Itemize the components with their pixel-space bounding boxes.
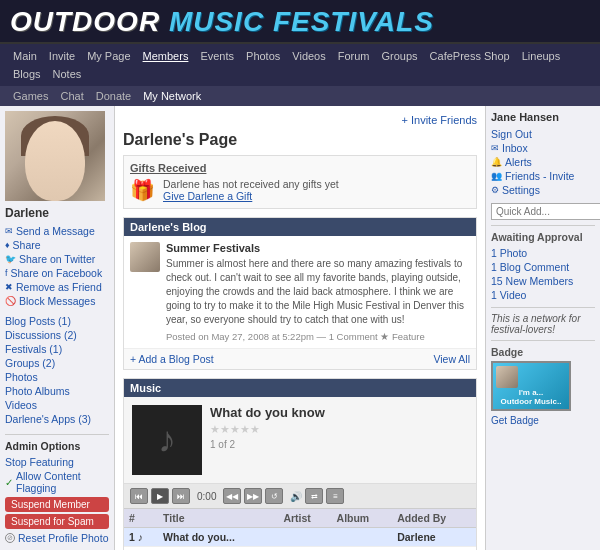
gifts-title: Gifts Received xyxy=(130,162,470,174)
quick-add-input[interactable] xyxy=(491,203,600,220)
avatar xyxy=(5,111,105,201)
friends-link[interactable]: 👥 Friends - Invite xyxy=(491,169,595,183)
block-messages-link[interactable]: 🚫 Block Messages xyxy=(5,294,109,308)
blog-posts-link[interactable]: Blog Posts (1) xyxy=(5,314,109,328)
music-note-icon: ♪ xyxy=(158,419,176,461)
invite-friends-button[interactable]: Invite Friends xyxy=(401,114,477,126)
nav-invite[interactable]: Invite xyxy=(44,48,80,64)
col-title: Title xyxy=(158,509,278,528)
nav-lineups[interactable]: Lineups xyxy=(517,48,566,64)
awaiting-new-members: 15 New Members xyxy=(491,274,595,288)
col-added-by: Added By xyxy=(392,509,476,528)
give-gift-link[interactable]: Give Darlene a Gift xyxy=(163,190,252,202)
alerts-icon: 🔔 xyxy=(491,157,502,167)
nav-groups[interactable]: Groups xyxy=(377,48,423,64)
invite-bar: Invite Friends xyxy=(123,114,477,126)
music-section-header: Music xyxy=(124,379,476,397)
photos-link[interactable]: Photos xyxy=(5,370,109,384)
nav-notes[interactable]: Notes xyxy=(48,66,87,82)
time-display: 0:00 xyxy=(197,491,216,502)
blog-post-title: Summer Festivals xyxy=(166,242,470,254)
table-row[interactable]: 1 ♪ What do you... Darlene xyxy=(124,528,476,547)
discussions-link[interactable]: Discussions (2) xyxy=(5,328,109,342)
track-table: # Title Artist Album Added By 1 ♪ What d… xyxy=(124,508,476,550)
awaiting-blog-comment: 1 Blog Comment xyxy=(491,260,595,274)
badge-image: I'm a... Outdoor Music.. xyxy=(491,361,571,411)
track-title-2: Festival Sounds xyxy=(158,547,278,551)
play-button[interactable]: ▶ xyxy=(151,488,169,504)
badge-title: Badge xyxy=(491,346,595,358)
blog-text: Summer is almost here and there are so m… xyxy=(166,258,464,325)
inbox-icon: ✉ xyxy=(491,143,499,153)
blog-avatar xyxy=(130,242,160,272)
send-message-link[interactable]: ✉ Send a Message xyxy=(5,224,109,238)
groups-link[interactable]: Groups (2) xyxy=(5,356,109,370)
get-badge-link[interactable]: Get Badge xyxy=(491,415,539,426)
nav-blogs[interactable]: Blogs xyxy=(8,66,46,82)
site-header: OUTDOOR MUSIC FESTIVALS xyxy=(0,0,600,44)
table-row[interactable]: 2 Festival Sounds Darlene xyxy=(124,547,476,551)
reset-photo-link[interactable]: ⊘ Reset Profile Photo xyxy=(5,531,109,545)
facebook-icon: f xyxy=(5,268,8,278)
repeat-button[interactable]: ↺ xyxy=(265,488,283,504)
subnav-mynetwork[interactable]: My Network xyxy=(138,89,206,103)
awaiting-section: Awaiting Approval 1 Photo 1 Blog Comment… xyxy=(491,225,595,302)
share-facebook-link[interactable]: f Share on Facebook xyxy=(5,266,109,280)
nav-forum[interactable]: Forum xyxy=(333,48,375,64)
settings-link[interactable]: ⚙ Settings xyxy=(491,183,595,197)
awaiting-photo: 1 Photo xyxy=(491,246,595,260)
gifts-message: Darlene has not received any gifts yet xyxy=(163,178,339,190)
nav-videos[interactable]: Videos xyxy=(287,48,330,64)
share-link[interactable]: ♦ Share xyxy=(5,238,109,252)
sign-out-link[interactable]: Sign Out xyxy=(491,127,595,141)
settings-icon: ⚙ xyxy=(491,185,499,195)
title-rest: MUSIC FESTIVALS xyxy=(169,6,434,37)
network-description: This is a network for festival-lovers! xyxy=(491,307,595,335)
subnav-chat[interactable]: Chat xyxy=(55,89,88,103)
player-controls: ⏮ ▶ ⏭ 0:00 ◀◀ ▶▶ ↺ 🔊 ⇄ ≡ xyxy=(124,483,476,508)
suspend-spam-button[interactable]: Suspend for Spam xyxy=(5,514,109,529)
sidebar-username: Darlene xyxy=(5,206,109,220)
twitter-icon: 🐦 xyxy=(5,254,16,264)
festivals-link[interactable]: Festivals (1) xyxy=(5,342,109,356)
suspend-member-button[interactable]: Suspend Member xyxy=(5,497,109,512)
allow-flagging-link[interactable]: ✓ Allow Content Flagging xyxy=(5,469,109,495)
playlist-button[interactable]: ≡ xyxy=(326,488,344,504)
videos-link[interactable]: Videos xyxy=(5,398,109,412)
message-icon: ✉ xyxy=(5,226,13,236)
add-blog-link[interactable]: + Add a Blog Post xyxy=(130,353,214,365)
nav-members[interactable]: Members xyxy=(138,48,194,64)
nav-mypage[interactable]: My Page xyxy=(82,48,135,64)
quick-add-box: ▼ xyxy=(491,203,595,220)
nav-events[interactable]: Events xyxy=(195,48,239,64)
col-album: Album xyxy=(332,509,393,528)
rewind-button[interactable]: ⏮ xyxy=(130,488,148,504)
awaiting-title: Awaiting Approval xyxy=(491,231,595,243)
badge-im-a: I'm a... xyxy=(501,388,562,397)
music-track-title: What do you know xyxy=(210,405,468,420)
nav-cafepress[interactable]: CafePress Shop xyxy=(425,48,515,64)
nav-photos[interactable]: Photos xyxy=(241,48,285,64)
forward-button[interactable]: ⏭ xyxy=(172,488,190,504)
alerts-link[interactable]: 🔔 Alerts xyxy=(491,155,595,169)
shuffle-button[interactable]: ⇄ xyxy=(305,488,323,504)
next-track-button[interactable]: ▶▶ xyxy=(244,488,262,504)
prev-track-button[interactable]: ◀◀ xyxy=(223,488,241,504)
volume-icon: 🔊 xyxy=(290,491,302,502)
remove-friend-link[interactable]: ✖ Remove as Friend xyxy=(5,280,109,294)
left-sidebar: Darlene ✉ Send a Message ♦ Share 🐦 Share… xyxy=(0,106,115,550)
nav-main[interactable]: Main xyxy=(8,48,42,64)
badge-avatar xyxy=(496,366,518,388)
music-count: 1 of 2 xyxy=(210,439,468,450)
circle-icon: ⊘ xyxy=(5,533,15,543)
share-icon: ♦ xyxy=(5,240,10,250)
subnav-games[interactable]: Games xyxy=(8,89,53,103)
subnav-donate[interactable]: Donate xyxy=(91,89,136,103)
stop-featuring-link[interactable]: Stop Featuring xyxy=(5,455,109,469)
music-info: What do you know ★★★★★ 1 of 2 xyxy=(210,405,468,475)
view-all-link[interactable]: View All xyxy=(433,353,470,365)
inbox-link[interactable]: ✉ Inbox xyxy=(491,141,595,155)
apps-link[interactable]: Darlene's Apps (3) xyxy=(5,412,109,426)
share-twitter-link[interactable]: 🐦 Share on Twitter xyxy=(5,252,109,266)
photo-albums-link[interactable]: Photo Albums xyxy=(5,384,109,398)
